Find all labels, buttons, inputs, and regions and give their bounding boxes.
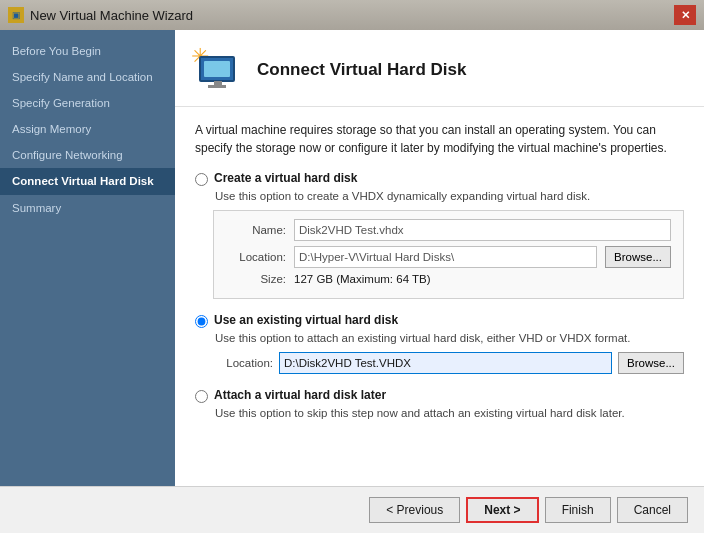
option2-row: Use an existing virtual hard disk [195, 313, 684, 328]
sidebar-item-assign-memory[interactable]: Assign Memory [0, 116, 175, 142]
previous-button[interactable]: < Previous [369, 497, 460, 523]
next-button[interactable]: Next > [466, 497, 538, 523]
cancel-button[interactable]: Cancel [617, 497, 688, 523]
sidebar-item-configure-networking[interactable]: Configure Networking [0, 142, 175, 168]
window-title: New Virtual Machine Wizard [30, 8, 193, 23]
option3-label[interactable]: Attach a virtual hard disk later [214, 388, 386, 402]
sidebar-item-before-you-begin[interactable]: Before You Begin [0, 38, 175, 64]
location-field-row: Location: Browse... [226, 246, 671, 268]
option1-fields: Name: Location: Browse... Size: 127 GB (… [213, 210, 684, 299]
option2-label[interactable]: Use an existing virtual hard disk [214, 313, 398, 327]
sidebar-item-summary[interactable]: Summary [0, 195, 175, 221]
option3-row: Attach a virtual hard disk later [195, 388, 684, 403]
title-bar-left: ▣ New Virtual Machine Wizard [8, 7, 193, 23]
option1-row: Create a virtual hard disk [195, 171, 684, 186]
name-label: Name: [226, 224, 286, 236]
sidebar-item-specify-generation[interactable]: Specify Generation [0, 90, 175, 116]
option3-radio[interactable] [195, 390, 208, 403]
size-field-row: Size: 127 GB (Maximum: 64 TB) [226, 273, 671, 285]
option1-label[interactable]: Create a virtual hard disk [214, 171, 357, 185]
finish-button[interactable]: Finish [545, 497, 611, 523]
option3-group: Attach a virtual hard disk later Use thi… [195, 388, 684, 419]
content-body: A virtual machine requires storage so th… [175, 107, 704, 486]
sidebar-item-specify-name[interactable]: Specify Name and Location [0, 64, 175, 90]
title-bar: ▣ New Virtual Machine Wizard ✕ [0, 0, 704, 30]
browse-btn-2[interactable]: Browse... [618, 352, 684, 374]
footer: < Previous Next > Finish Cancel [0, 486, 704, 533]
option2-radio[interactable] [195, 315, 208, 328]
option2-location-row: Location: Browse... [213, 352, 684, 374]
app-icon: ▣ [8, 7, 24, 23]
size-value: 127 GB (Maximum: 64 TB) [294, 273, 671, 285]
page-title: Connect Virtual Hard Disk [257, 60, 466, 80]
name-field-row: Name: [226, 219, 671, 241]
wizard-body: Before You Begin Specify Name and Locati… [0, 30, 704, 533]
location-label2: Location: [213, 357, 273, 369]
size-label: Size: [226, 273, 286, 285]
name-input[interactable] [294, 219, 671, 241]
location-input1[interactable] [294, 246, 597, 268]
wizard-main: Before You Begin Specify Name and Locati… [0, 30, 704, 486]
content-header: ✳ Connect Virtual Hard Disk [175, 30, 704, 107]
monitor [199, 56, 235, 82]
location-label1: Location: [226, 251, 286, 263]
content-area: ✳ Connect Virtual Hard Disk A virtual ma… [175, 30, 704, 486]
location-input2[interactable] [279, 352, 612, 374]
option2-group: Use an existing virtual hard disk Use th… [195, 313, 684, 374]
close-button[interactable]: ✕ [674, 5, 696, 25]
sidebar-item-connect-vhd[interactable]: Connect Virtual Hard Disk [0, 168, 175, 194]
option1-desc: Use this option to create a VHDX dynamic… [215, 190, 684, 202]
option1-group: Create a virtual hard disk Use this opti… [195, 171, 684, 299]
header-icon: ✳ [191, 44, 243, 96]
browse-btn-1[interactable]: Browse... [605, 246, 671, 268]
intro-text: A virtual machine requires storage so th… [195, 121, 684, 157]
option2-desc: Use this option to attach an existing vi… [215, 332, 684, 344]
option1-radio[interactable] [195, 173, 208, 186]
sidebar: Before You Begin Specify Name and Locati… [0, 30, 175, 486]
monitor-base [208, 85, 226, 88]
option3-desc: Use this option to skip this step now an… [215, 407, 684, 419]
